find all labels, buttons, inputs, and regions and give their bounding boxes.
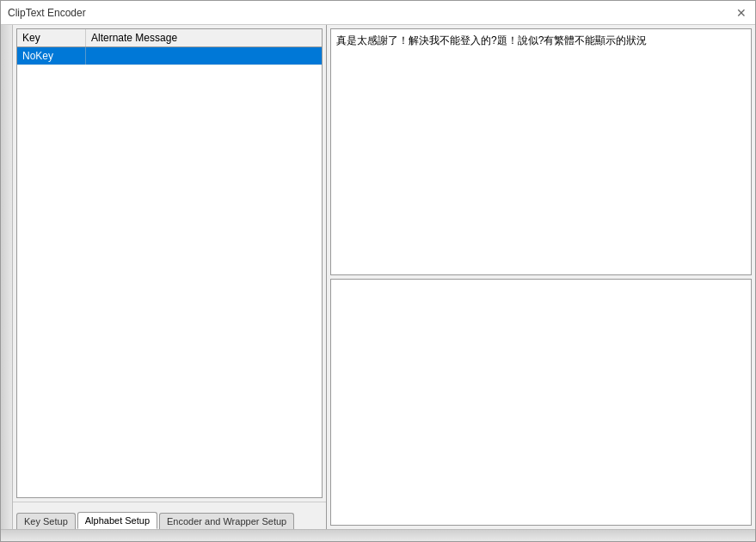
right-panel: 真是太感謝了！解決我不能登入的?題！說似?有繁體不能顯示的狀況 [327, 25, 755, 529]
window-title: ClipText Encoder [8, 7, 86, 19]
bottom-decoration-strip [1, 529, 755, 541]
left-decoration-strip [1, 25, 13, 529]
right-top-content: 真是太感謝了！解決我不能登入的?題！說似?有繁體不能顯示的狀況 [331, 29, 751, 52]
keys-table: Key Alternate Message NoKey [16, 28, 323, 498]
cell-alt [86, 47, 322, 65]
table-header: Key Alternate Message [17, 29, 322, 47]
right-bottom-textarea[interactable] [330, 279, 752, 526]
cell-key: NoKey [17, 47, 86, 65]
column-header-alt: Alternate Message [86, 29, 322, 46]
main-content: Key Alternate Message NoKey Key Setup Al… [1, 25, 755, 529]
table-row[interactable]: NoKey [17, 47, 322, 65]
close-button[interactable]: ✕ [734, 6, 748, 20]
column-header-key: Key [17, 29, 86, 46]
tab-encoder-wrapper-setup[interactable]: Encoder and Wrapper Setup [159, 513, 294, 529]
left-panel: Key Alternate Message NoKey Key Setup Al… [13, 25, 327, 529]
right-bottom-content [331, 280, 751, 286]
tab-alphabet-setup[interactable]: Alphabet Setup [77, 512, 157, 529]
tab-bar: Key Setup Alphabet Setup Encoder and Wra… [13, 502, 326, 529]
right-top-textarea[interactable]: 真是太感謝了！解決我不能登入的?題！說似?有繁體不能顯示的狀況 [330, 28, 752, 275]
table-body[interactable]: NoKey [17, 47, 322, 495]
tab-key-setup[interactable]: Key Setup [16, 513, 76, 529]
title-bar: ClipText Encoder ✕ [1, 1, 755, 25]
main-window: ClipText Encoder ✕ Key Alternate Message… [0, 0, 756, 542]
